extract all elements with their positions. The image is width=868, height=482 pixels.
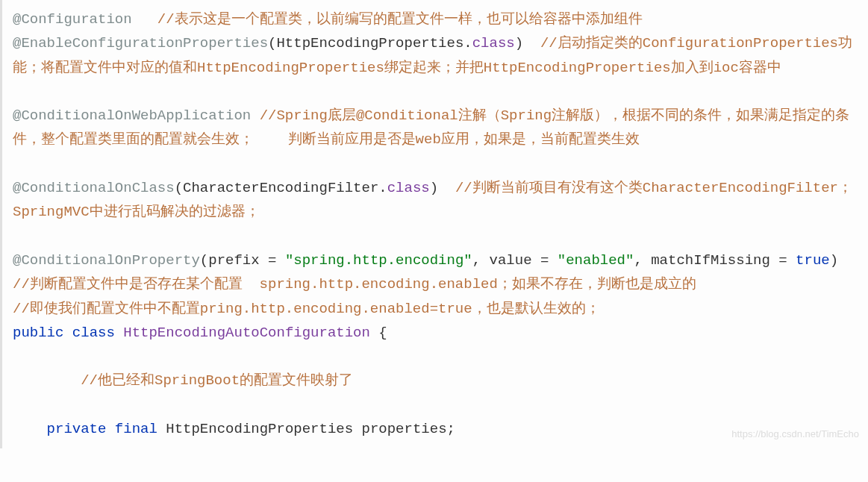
eq-3: =	[770, 252, 796, 269]
comma-2: ,	[634, 252, 651, 269]
paren-open-2: (	[175, 180, 183, 196]
keyword-final: final	[115, 421, 157, 437]
watermark: https://blog.csdn.net/TimEcho	[731, 426, 859, 442]
comment-configuration: //表示这是一个配置类，以前编写的配置文件一样，也可以给容器中添加组件	[132, 11, 643, 28]
attr-match-if-missing: matchIfMissing	[651, 252, 770, 269]
comment-mapped: //他已经和SpringBoot的配置文件映射了	[13, 372, 353, 389]
annotation-conditional-web: @ConditionalOnWebApplication	[13, 107, 251, 124]
type-http-encoding-properties: HttpEncodingProperties	[166, 421, 353, 437]
class-keyword: class	[472, 35, 515, 51]
class-name-http-encoding-auto-config: HttpEncodingAutoConfiguration	[123, 325, 370, 341]
brace-open: {	[370, 325, 387, 341]
attr-prefix: prefix	[208, 252, 259, 269]
class-ref-char-encoding-filter: CharacterEncodingFilter	[183, 180, 378, 196]
string-value-value: "enabled"	[558, 252, 634, 269]
paren-open-3: (	[200, 252, 208, 269]
eq-2: =	[532, 252, 558, 269]
class-keyword-2: class	[387, 180, 430, 196]
paren-open: (	[268, 35, 276, 51]
paren-close-2: )	[430, 180, 438, 196]
annotation-configuration: @Configuration	[13, 11, 132, 28]
code-block: @Configuration //表示这是一个配置类，以前编写的配置文件一样，也…	[0, 0, 868, 448]
keyword-class: class	[72, 325, 115, 341]
paren-close: )	[515, 35, 523, 51]
comment-default-effective: //即使我们配置文件中不配置pring.http.encoding.enable…	[13, 301, 600, 317]
annotation-conditional-class: @ConditionalOnClass	[13, 180, 175, 196]
comma-1: ,	[472, 252, 490, 269]
class-ref-http-encoding-props: HttpEncodingProperties	[276, 35, 463, 51]
annotation-conditional-property: @ConditionalOnProperty	[13, 252, 200, 269]
string-prefix-value: "spring.http.encoding"	[285, 252, 472, 269]
eq-1: =	[260, 252, 285, 269]
keyword-public: public	[13, 325, 63, 341]
dot-2: .	[378, 180, 387, 196]
keyword-private: private	[13, 421, 106, 437]
dot: .	[463, 35, 472, 51]
attr-value: value	[490, 252, 532, 269]
var-properties: properties;	[353, 421, 455, 437]
paren-close-3: )	[830, 252, 838, 269]
annotation-enable-config-props: @EnableConfigurationProperties	[13, 35, 268, 51]
boolean-true: true	[796, 252, 830, 269]
